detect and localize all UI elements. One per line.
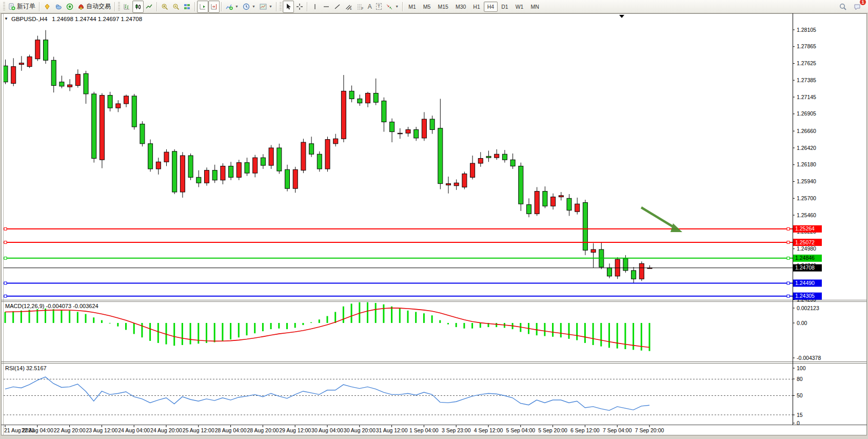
line-handle[interactable] <box>787 295 790 297</box>
tiles-icon <box>184 3 191 10</box>
toolbar-grip <box>3 2 5 11</box>
toolbar: 新订单自动交易▼▼▼EFAT▼M1M5M15M30H1H4D1W1MN1 <box>0 0 868 13</box>
auto-scroll-icon <box>199 3 206 10</box>
timeframe-button-mn[interactable]: MN <box>527 2 542 12</box>
svg-text:7 Sep 20:00: 7 Sep 20:00 <box>635 427 664 433</box>
svg-text:1.26420: 1.26420 <box>797 145 816 151</box>
svg-text:4 Sep 12:00: 4 Sep 12:00 <box>474 427 503 433</box>
timeframe-button-w1[interactable]: W1 <box>512 2 527 12</box>
cursor-button[interactable] <box>283 1 294 13</box>
timeframe-button-m5[interactable]: M5 <box>420 2 435 12</box>
candles-icon <box>134 3 142 10</box>
timeframe-button-h4[interactable]: H4 <box>484 2 498 12</box>
indicators-icon <box>226 3 233 10</box>
hline-button[interactable] <box>321 1 332 13</box>
chart-shift-button[interactable] <box>208 1 220 13</box>
chevron-down-icon: ▼ <box>269 5 272 8</box>
arrows-button[interactable]: ▼ <box>384 1 401 13</box>
zoom-out-button[interactable] <box>170 1 182 13</box>
svg-text:100: 100 <box>797 365 806 371</box>
fibo-button[interactable]: F <box>354 1 366 13</box>
svg-text:1.25700: 1.25700 <box>797 195 816 201</box>
macd-indicator-label: MACD(12,26,9) -0.004073 -0.003624 <box>5 303 98 309</box>
label-button[interactable]: T <box>374 1 384 13</box>
chart-ohlc-values: 1.24698 1.24744 1.24697 1.24708 <box>52 16 142 22</box>
text-button[interactable]: A <box>366 1 374 13</box>
vline-button[interactable] <box>309 1 321 13</box>
templates-button[interactable]: ▼ <box>258 1 274 13</box>
chevron-down-icon: ▼ <box>395 5 399 8</box>
search-button[interactable] <box>837 1 849 13</box>
svg-text:0.002123: 0.002123 <box>797 305 819 311</box>
market-watch-button[interactable] <box>53 1 64 13</box>
line-handle[interactable] <box>4 257 7 259</box>
zoom-out-icon <box>172 3 180 10</box>
price-chart[interactable]: 1.281051.278651.276251.273851.271451.269… <box>0 0 868 439</box>
svg-text:5 Sep 20:00: 5 Sep 20:00 <box>538 427 567 433</box>
line-handle[interactable] <box>787 257 790 259</box>
line-price-label: 1.24305 <box>793 293 822 300</box>
toolbar-separator <box>114 2 115 11</box>
svg-text:5 Sep 04:00: 5 Sep 04:00 <box>506 427 535 433</box>
timeframe-button-m15[interactable]: M15 <box>434 2 451 12</box>
styles-button[interactable] <box>42 1 53 13</box>
chart-menu-icon[interactable]: ▼ <box>4 16 8 21</box>
tile-windows-button[interactable] <box>182 1 193 13</box>
clock-icon <box>243 3 250 10</box>
time-axis[interactable]: 21 Aug 202322 Aug 04:0022 Aug 20:0023 Au… <box>1 425 793 435</box>
line-handle[interactable] <box>787 241 790 244</box>
timeframe-button-h1[interactable]: H1 <box>469 2 483 12</box>
crosshair-icon <box>296 3 303 10</box>
auto-scroll-button[interactable] <box>197 1 208 13</box>
svg-text:1.26905: 1.26905 <box>797 110 816 117</box>
svg-text:31 Aug 12:00: 31 Aug 12:00 <box>376 427 408 433</box>
line-handle[interactable] <box>4 241 7 244</box>
zoom-in-button[interactable] <box>159 1 170 13</box>
auto-trading-button[interactable]: 自动交易 <box>75 1 113 13</box>
toolbar-separator <box>221 2 222 11</box>
crosshair-button[interactable] <box>294 1 305 13</box>
trendline-button[interactable] <box>332 1 343 13</box>
svg-text:24 Aug 20:00: 24 Aug 20:00 <box>150 427 182 433</box>
svg-text:15: 15 <box>797 412 803 418</box>
svg-text:1.24980: 1.24980 <box>797 245 816 252</box>
periods-button[interactable]: ▼ <box>241 1 258 13</box>
svg-text:0: 0 <box>797 420 800 426</box>
bar-chart-button[interactable] <box>121 1 132 13</box>
svg-text:1.24708: 1.24708 <box>795 264 815 271</box>
new-order-button[interactable]: 新订单 <box>6 1 37 13</box>
timeframe-button-m1[interactable]: M1 <box>405 2 420 12</box>
chat-button[interactable]: 1 <box>852 1 863 13</box>
line-price-label: 1.25264 <box>793 225 822 233</box>
timeframe-button-d1[interactable]: D1 <box>498 2 511 12</box>
robot-icon <box>77 3 85 10</box>
candlestick-chart-button[interactable] <box>132 1 144 13</box>
line-handle[interactable] <box>787 227 790 230</box>
svg-text:22 Aug 20:00: 22 Aug 20:00 <box>54 427 86 433</box>
line-handle[interactable] <box>4 282 7 284</box>
svg-text:50: 50 <box>797 392 803 398</box>
svg-text:1.26180: 1.26180 <box>797 161 816 167</box>
line-handle[interactable] <box>4 227 7 230</box>
arrows-icon <box>386 3 393 10</box>
price-axis[interactable]: 1.281051.278651.276251.273851.271451.269… <box>793 13 868 426</box>
toolbar-separator <box>194 2 195 11</box>
toolbar-separator <box>402 2 403 11</box>
line-price-label: 1.25072 <box>793 239 822 246</box>
toolbar-separator <box>307 2 308 11</box>
line-chart-button[interactable] <box>144 1 155 13</box>
signals-button[interactable] <box>64 1 75 13</box>
chart-title: GBPUSD-,H41.24698 1.24744 1.24697 1.2470… <box>11 16 142 22</box>
svg-text:1.27385: 1.27385 <box>797 77 816 83</box>
svg-text:F: F <box>361 7 363 10</box>
chart-symbol-period: GBPUSD-,H4 <box>11 16 47 22</box>
svg-text:-0.004378: -0.004378 <box>797 355 821 361</box>
timeframe-button-m30[interactable]: M30 <box>452 2 469 12</box>
line-handle[interactable] <box>787 282 790 284</box>
notification-badge: 1 <box>860 0 866 5</box>
chat-icon <box>854 3 861 10</box>
indicators-button[interactable]: ▼ <box>224 1 241 13</box>
channel-button[interactable]: E <box>343 1 354 13</box>
trendline-icon <box>334 3 341 10</box>
line-handle[interactable] <box>4 295 7 297</box>
